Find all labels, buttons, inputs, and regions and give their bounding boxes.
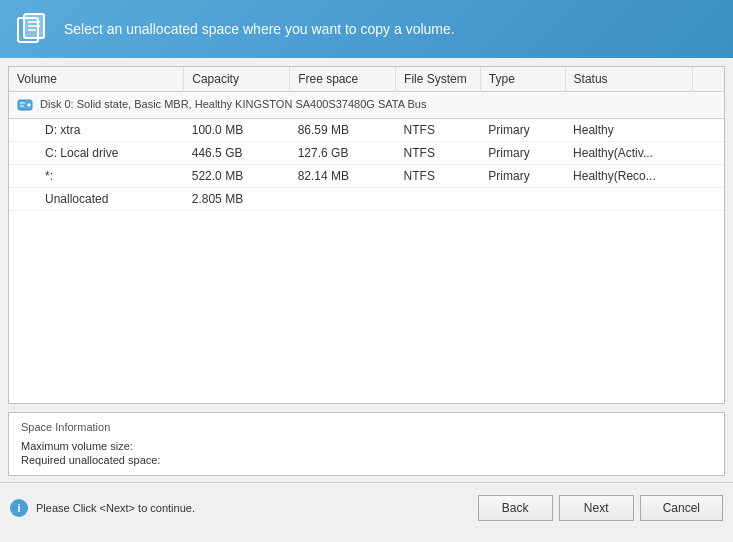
- max-volume-size-row: Maximum volume size:: [21, 439, 712, 453]
- cell-extra: [692, 119, 724, 142]
- cell-freespace: 127.6 GB: [290, 142, 396, 165]
- bottom-left-area: i Please Click <Next> to continue.: [10, 499, 478, 517]
- table-row[interactable]: D: xtra 100.0 MB 86.59 MB NTFS Primary H…: [9, 119, 724, 142]
- table-row[interactable]: C: Local drive 446.5 GB 127.6 GB NTFS Pr…: [9, 142, 724, 165]
- cell-status: [565, 188, 692, 211]
- table-row[interactable]: Unallocated 2.805 MB: [9, 188, 724, 211]
- svg-point-6: [27, 103, 31, 107]
- cell-freespace: 82.14 MB: [290, 165, 396, 188]
- header: Select an unallocated space where you wa…: [0, 0, 733, 58]
- cell-type: Primary: [480, 119, 565, 142]
- cell-volume: D: xtra: [9, 119, 184, 142]
- cell-status: Healthy(Activ...: [565, 142, 692, 165]
- cell-extra: [692, 142, 724, 165]
- cell-filesystem: NTFS: [396, 165, 481, 188]
- info-icon: i: [10, 499, 28, 517]
- col-header-extra: [692, 67, 724, 92]
- cell-capacity: 2.805 MB: [184, 188, 290, 211]
- disk-icon: [17, 97, 33, 113]
- volume-table: Volume Capacity Free space File System T…: [9, 67, 724, 211]
- col-header-volume: Volume: [9, 67, 184, 92]
- cancel-button[interactable]: Cancel: [640, 495, 723, 521]
- space-info-title: Space Information: [21, 421, 712, 433]
- cell-extra: [692, 165, 724, 188]
- cell-volume: Unallocated: [9, 188, 184, 211]
- space-information-panel: Space Information Maximum volume size: R…: [8, 412, 725, 476]
- col-header-status: Status: [565, 67, 692, 92]
- required-unallocated-label: Required unallocated space:: [21, 454, 160, 466]
- col-header-freespace: Free space: [290, 67, 396, 92]
- col-header-type: Type: [480, 67, 565, 92]
- cell-filesystem: NTFS: [396, 142, 481, 165]
- volume-table-container: Volume Capacity Free space File System T…: [8, 66, 725, 404]
- cell-volume: C: Local drive: [9, 142, 184, 165]
- cell-capacity: 522.0 MB: [184, 165, 290, 188]
- disk-header-row[interactable]: Disk 0: Solid state, Basic MBR, Healthy …: [9, 92, 724, 119]
- bottom-message: Please Click <Next> to continue.: [36, 502, 195, 514]
- header-title: Select an unallocated space where you wa…: [64, 21, 455, 37]
- table-header-row: Volume Capacity Free space File System T…: [9, 67, 724, 92]
- disk-header-label: Disk 0: Solid state, Basic MBR, Healthy …: [9, 92, 724, 119]
- cell-filesystem: [396, 188, 481, 211]
- next-button[interactable]: Next: [559, 495, 634, 521]
- cell-freespace: [290, 188, 396, 211]
- cell-status: Healthy: [565, 119, 692, 142]
- cell-freespace: 86.59 MB: [290, 119, 396, 142]
- col-header-capacity: Capacity: [184, 67, 290, 92]
- cell-capacity: 100.0 MB: [184, 119, 290, 142]
- copy-volume-icon: [16, 12, 50, 46]
- table-row[interactable]: *: 522.0 MB 82.14 MB NTFS Primary Health…: [9, 165, 724, 188]
- cell-status: Healthy(Reco...: [565, 165, 692, 188]
- back-button[interactable]: Back: [478, 495, 553, 521]
- cell-extra: [692, 188, 724, 211]
- cell-type: [480, 188, 565, 211]
- required-unallocated-row: Required unallocated space:: [21, 453, 712, 467]
- col-header-filesystem: File System: [396, 67, 481, 92]
- max-volume-size-label: Maximum volume size:: [21, 440, 133, 452]
- button-group: Back Next Cancel: [478, 495, 723, 521]
- table-scroll-area[interactable]: Volume Capacity Free space File System T…: [9, 67, 724, 403]
- bottom-bar: i Please Click <Next> to continue. Back …: [0, 482, 733, 532]
- cell-filesystem: NTFS: [396, 119, 481, 142]
- cell-type: Primary: [480, 142, 565, 165]
- cell-capacity: 446.5 GB: [184, 142, 290, 165]
- cell-type: Primary: [480, 165, 565, 188]
- cell-volume: *:: [9, 165, 184, 188]
